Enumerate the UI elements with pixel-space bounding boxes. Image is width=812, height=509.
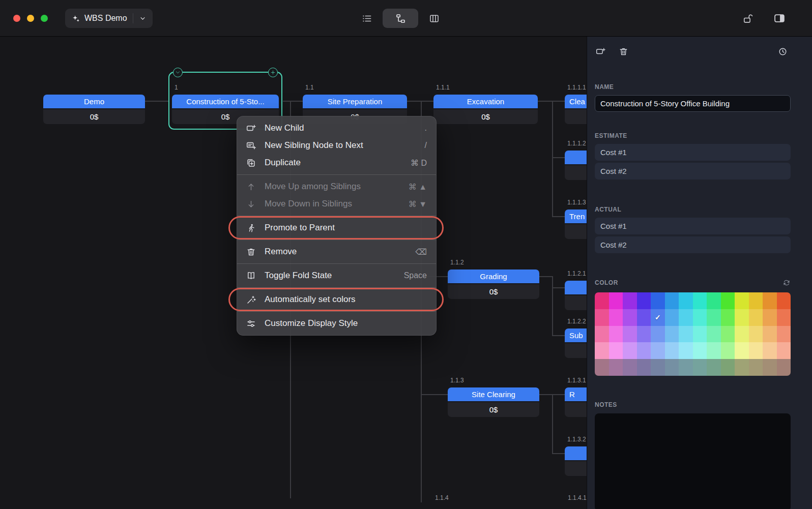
menu-item-remove[interactable]: Remove ⌫ <box>237 243 436 260</box>
wbs-node-grading[interactable]: 1.1.2 Grading 0$ <box>448 270 539 299</box>
color-swatch[interactable] <box>721 292 735 309</box>
list-view-button[interactable] <box>355 9 379 28</box>
close-window-button[interactable] <box>13 15 20 22</box>
color-swatch[interactable] <box>679 359 693 376</box>
wbs-node-site-clearing[interactable]: 1.1.3 Site Clearing 0$ <box>448 387 539 417</box>
wbs-node-excavation[interactable]: 1.1.1 Excavation 0$ <box>433 95 538 124</box>
color-swatch[interactable] <box>609 292 623 309</box>
color-swatch[interactable] <box>637 309 651 326</box>
color-swatch[interactable] <box>777 292 791 309</box>
color-swatch[interactable] <box>749 342 763 359</box>
color-swatch[interactable] <box>763 292 777 309</box>
color-swatch[interactable] <box>679 309 693 326</box>
color-swatch[interactable] <box>721 326 735 343</box>
color-swatch[interactable] <box>651 359 665 376</box>
color-swatch[interactable] <box>749 359 763 376</box>
add-child-handle[interactable] <box>268 68 278 77</box>
color-swatch[interactable] <box>707 292 721 309</box>
color-swatch[interactable] <box>609 309 623 326</box>
color-swatch[interactable] <box>777 326 791 343</box>
color-swatch[interactable] <box>721 342 735 359</box>
estimate-cost2-field[interactable]: Cost #2 <box>595 163 791 179</box>
color-swatch[interactable] <box>637 342 651 359</box>
color-swatch[interactable]: ✓ <box>651 309 665 326</box>
menu-item-toggle-fold-state[interactable]: Toggle Fold State Space <box>237 267 436 284</box>
color-swatch[interactable] <box>693 309 707 326</box>
collapse-node-handle[interactable] <box>173 68 183 77</box>
color-swatch[interactable] <box>623 292 637 309</box>
actual-cost1-field[interactable]: Cost #1 <box>595 218 791 234</box>
color-swatch[interactable] <box>595 309 609 326</box>
color-swatch[interactable] <box>749 292 763 309</box>
color-swatch[interactable] <box>763 342 777 359</box>
color-swatch[interactable] <box>595 292 609 309</box>
menu-item-automatically-set-colors[interactable]: Automatically set colors <box>237 291 436 308</box>
menu-item-customize-display-style[interactable]: Customize Display Style <box>237 315 436 332</box>
color-swatch[interactable] <box>735 309 749 326</box>
zoom-window-button[interactable] <box>41 15 48 22</box>
color-swatch[interactable] <box>777 359 791 376</box>
notes-input[interactable] <box>595 413 791 509</box>
color-swatch[interactable] <box>735 359 749 376</box>
document-switcher[interactable]: WBS Demo <box>65 9 153 28</box>
color-swatch[interactable] <box>777 309 791 326</box>
color-swatch[interactable] <box>651 342 665 359</box>
color-swatch[interactable] <box>637 326 651 343</box>
color-swatch[interactable] <box>707 359 721 376</box>
color-swatch[interactable] <box>749 326 763 343</box>
color-swatch[interactable] <box>721 359 735 376</box>
color-swatch[interactable] <box>665 359 679 376</box>
lock-button[interactable] <box>742 13 753 24</box>
color-swatch[interactable] <box>679 342 693 359</box>
color-swatch[interactable] <box>651 292 665 309</box>
add-child-node-button[interactable] <box>596 47 605 56</box>
color-swatch[interactable] <box>735 292 749 309</box>
toggle-sidebar-button[interactable] <box>773 12 786 24</box>
color-swatch[interactable] <box>749 309 763 326</box>
color-swatch[interactable] <box>665 326 679 343</box>
color-swatch[interactable] <box>637 359 651 376</box>
color-swatch[interactable] <box>693 359 707 376</box>
color-swatch[interactable] <box>707 309 721 326</box>
color-swatch[interactable] <box>735 326 749 343</box>
actual-cost2-field[interactable]: Cost #2 <box>595 236 791 253</box>
color-swatch[interactable] <box>595 342 609 359</box>
color-swatch[interactable] <box>665 342 679 359</box>
color-swatch[interactable] <box>763 359 777 376</box>
color-swatch[interactable] <box>595 326 609 343</box>
color-swatch[interactable] <box>609 342 623 359</box>
color-swatch[interactable] <box>609 326 623 343</box>
color-swatch[interactable] <box>763 326 777 343</box>
column-view-button[interactable] <box>422 9 446 28</box>
color-swatch[interactable] <box>763 309 777 326</box>
color-swatch[interactable] <box>651 326 665 343</box>
menu-item-new-child[interactable]: New Child . <box>237 119 436 137</box>
color-swatch[interactable] <box>679 292 693 309</box>
delete-node-button[interactable] <box>619 47 628 56</box>
color-swatch[interactable] <box>623 326 637 343</box>
color-swatch[interactable] <box>623 359 637 376</box>
color-swatch[interactable] <box>637 292 651 309</box>
tree-view-button[interactable] <box>383 9 418 28</box>
color-swatch[interactable] <box>693 342 707 359</box>
menu-item-new-sibling-node-to-next[interactable]: New Sibling Node to Next / <box>237 137 436 154</box>
minimize-window-button[interactable] <box>27 15 34 22</box>
color-swatch[interactable] <box>693 292 707 309</box>
color-swatch[interactable] <box>693 326 707 343</box>
color-swatch[interactable] <box>623 309 637 326</box>
menu-item-promote-to-parent[interactable]: Promote to Parent <box>237 219 436 236</box>
color-swatch[interactable] <box>665 309 679 326</box>
auto-color-cycle-button[interactable] <box>782 279 791 287</box>
color-swatch[interactable] <box>707 326 721 343</box>
history-button[interactable] <box>778 47 788 56</box>
wbs-node-demo[interactable]: Demo 0$ <box>43 95 145 124</box>
name-input[interactable] <box>595 95 791 112</box>
color-swatch[interactable] <box>721 309 735 326</box>
color-swatch[interactable] <box>595 359 609 376</box>
color-swatch[interactable] <box>707 342 721 359</box>
color-swatch[interactable] <box>665 292 679 309</box>
color-swatch[interactable] <box>735 342 749 359</box>
color-swatch[interactable] <box>679 326 693 343</box>
color-swatch[interactable] <box>777 342 791 359</box>
color-swatch[interactable] <box>623 342 637 359</box>
